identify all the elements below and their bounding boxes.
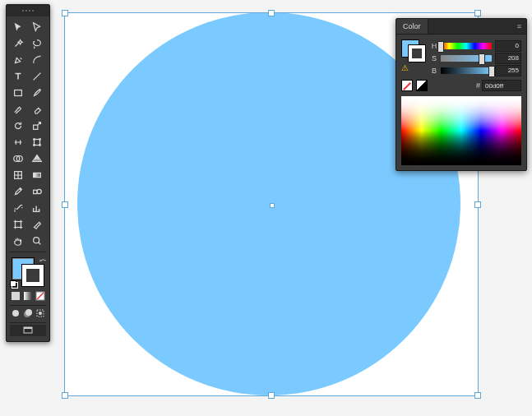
stroke-swatch[interactable] — [21, 264, 44, 287]
svg-rect-25 — [24, 327, 32, 329]
eraser-tool[interactable] — [29, 102, 45, 117]
draw-behind[interactable] — [22, 307, 33, 319]
rectangle-tool[interactable] — [10, 86, 26, 100]
shape-builder-tool[interactable] — [10, 151, 26, 166]
default-fill-stroke-icon[interactable] — [10, 280, 18, 289]
svg-point-14 — [34, 238, 39, 243]
color-spectrum[interactable] — [401, 96, 521, 165]
shaper-tool[interactable] — [10, 102, 26, 117]
saturation-thumb[interactable] — [479, 53, 485, 65]
none-color-chip[interactable] — [401, 80, 413, 91]
artboard-tool[interactable] — [10, 217, 26, 232]
hue-label: H — [431, 42, 437, 50]
gradient-tool[interactable] — [29, 168, 45, 183]
panel-fill-stroke: ⚠ — [401, 39, 426, 69]
rotate-tool[interactable] — [10, 118, 26, 133]
mesh-tool[interactable] — [10, 168, 26, 183]
blend-tool[interactable] — [29, 184, 45, 199]
brightness-value-input[interactable]: 255 — [495, 65, 521, 76]
column-graph-tool[interactable] — [29, 201, 45, 215]
free-transform-tool[interactable] — [29, 135, 45, 150]
out-of-gamut-warning-icon[interactable]: ⚠ — [401, 63, 409, 72]
saturation-label: S — [431, 54, 437, 62]
paintbrush-tool[interactable] — [29, 86, 45, 100]
brightness-label: B — [431, 67, 437, 75]
curvature-tool[interactable] — [29, 53, 45, 67]
draw-normal[interactable] — [10, 307, 21, 319]
hex-value-input[interactable]: 00d0ff — [482, 80, 521, 91]
hue-thumb[interactable] — [437, 41, 444, 53]
color-panel: Color ≡ ⚠ H 0 S 208 — [396, 18, 527, 171]
brightness-thumb[interactable] — [488, 66, 495, 77]
tools-panel-grip[interactable] — [7, 5, 49, 16]
tools-panel: ⤺ — [6, 4, 50, 342]
magic-wand-tool[interactable] — [10, 36, 26, 51]
line-segment-tool[interactable] — [29, 69, 45, 84]
eyedropper-tool[interactable] — [10, 184, 26, 199]
color-panel-tab[interactable]: Color — [396, 19, 428, 34]
brightness-slider[interactable] — [441, 67, 492, 74]
svg-rect-0 — [15, 90, 22, 96]
symbol-sprayer-tool[interactable] — [10, 201, 26, 215]
perspective-grid-tool[interactable] — [29, 151, 45, 166]
svg-point-23 — [39, 312, 42, 315]
swap-fill-stroke-icon[interactable]: ⤺ — [39, 256, 46, 265]
svg-point-21 — [25, 309, 32, 316]
svg-rect-16 — [24, 292, 32, 300]
svg-rect-11 — [34, 190, 37, 193]
type-tool[interactable] — [10, 69, 26, 84]
black-white-chip[interactable] — [416, 80, 428, 91]
saturation-value-input[interactable]: 208 — [495, 53, 521, 64]
color-mode-solid[interactable] — [10, 290, 21, 302]
hue-slider[interactable] — [441, 43, 492, 49]
lasso-tool[interactable] — [29, 36, 45, 51]
panel-menu-icon[interactable]: ≡ — [512, 22, 526, 30]
zoom-tool[interactable] — [29, 233, 45, 248]
svg-point-12 — [37, 189, 41, 193]
fill-stroke-swatch: ⤺ — [10, 256, 46, 289]
svg-rect-15 — [12, 292, 20, 300]
svg-rect-10 — [34, 173, 41, 177]
selection-tool[interactable] — [10, 20, 26, 35]
hand-tool[interactable] — [10, 233, 26, 248]
saturation-slider[interactable] — [441, 55, 492, 62]
change-screen-mode[interactable] — [10, 325, 46, 336]
width-tool[interactable] — [10, 135, 26, 150]
pen-tool[interactable] — [10, 53, 26, 67]
color-mode-gradient[interactable] — [22, 290, 33, 302]
draw-inside[interactable] — [35, 307, 46, 319]
svg-point-19 — [12, 310, 19, 317]
svg-rect-13 — [16, 222, 21, 228]
scale-tool[interactable] — [29, 118, 45, 133]
slice-tool[interactable] — [29, 217, 45, 232]
hex-hash-label: # — [476, 81, 480, 90]
svg-rect-1 — [34, 125, 38, 129]
panel-stroke-swatch[interactable] — [408, 44, 426, 62]
color-mode-none[interactable] — [35, 290, 46, 302]
hue-value-input[interactable]: 0 — [495, 40, 521, 52]
direct-selection-tool[interactable] — [29, 20, 45, 35]
